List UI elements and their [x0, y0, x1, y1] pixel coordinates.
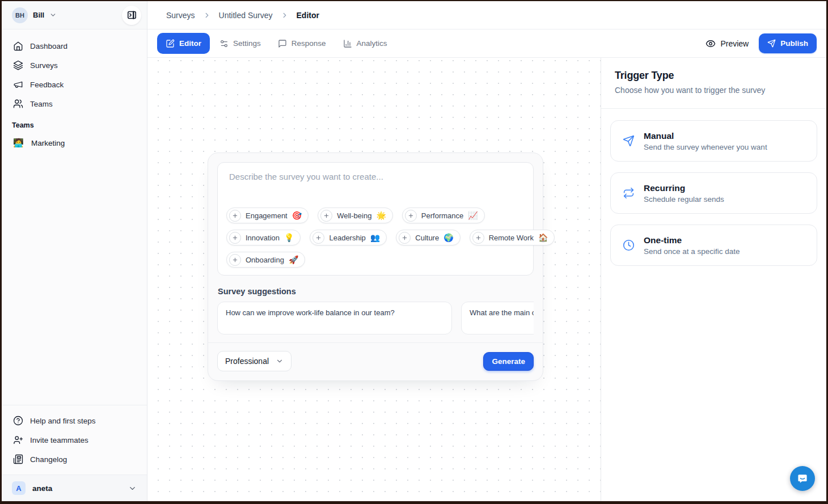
tab-response[interactable]: Response [271, 33, 333, 54]
account-name: aneta [32, 484, 52, 493]
workspace-name: Bill [33, 11, 44, 19]
sidebar-collapse-button[interactable] [122, 6, 141, 25]
trigger-panel-header: Trigger Type Choose how you want to trig… [601, 58, 826, 109]
sidebar-item-changelog[interactable]: Changelog [9, 450, 140, 469]
tone-select[interactable]: Professional [217, 351, 292, 371]
send-icon [767, 39, 776, 48]
topic-chip-performance[interactable]: Performance 📈 [402, 207, 485, 223]
sidebar-item-label: Feedback [30, 81, 64, 89]
tab-label: Analytics [357, 39, 387, 48]
target-emoji: 🎯 [292, 211, 302, 219]
tab-label: Response [292, 39, 326, 48]
users-icon [13, 99, 23, 109]
trigger-option-title: Recurring [644, 183, 724, 193]
message-square-icon [278, 39, 287, 48]
chip-label: Onboarding [246, 256, 284, 264]
sidebar-item-label: Changelog [30, 455, 67, 464]
app-window: BH Bill Dashboard [0, 0, 828, 504]
chevron-down-icon [276, 357, 284, 365]
prompt-box: Engagement 🎯 Well-being 🌟 [217, 162, 534, 276]
chip-label: Remote Work [489, 234, 534, 242]
sidebar-item-label: Dashboard [30, 42, 67, 50]
rocket-emoji: 🚀 [289, 256, 298, 264]
plus-icon [312, 232, 324, 244]
bar-chart-icon [343, 39, 352, 48]
topic-chip-onboarding[interactable]: Onboarding 🚀 [226, 252, 305, 268]
survey-description-input[interactable] [226, 171, 525, 204]
topic-chip-well-being[interactable]: Well-being 🌟 [318, 207, 393, 223]
sidebar-item-team-marketing[interactable]: 🧑‍💻 Marketing [2, 134, 147, 152]
workspace-switcher[interactable]: BH Bill [2, 1, 147, 29]
globe-emoji: 🌍 [443, 234, 453, 242]
sidebar-item-dashboard[interactable]: Dashboard [9, 36, 140, 56]
chip-label: Leadership [329, 234, 365, 242]
trigger-option-recurring[interactable]: Recurring Schedule regular sends [610, 172, 817, 214]
sidebar-footer-nav: Help and first steps Invite teammates Ch… [2, 405, 147, 475]
tab-settings[interactable]: Settings [212, 33, 268, 54]
sidebar-item-label: Surveys [30, 61, 58, 70]
sidebar-item-help[interactable]: Help and first steps [9, 411, 140, 430]
chevron-right-icon [281, 11, 289, 19]
layers-icon [13, 60, 23, 70]
bulb-emoji: 💡 [284, 234, 294, 242]
star-emoji: 🌟 [376, 211, 386, 219]
chevron-down-icon [49, 11, 57, 19]
topic-chip-culture[interactable]: Culture 🌍 [396, 230, 460, 245]
chip-label: Well-being [337, 211, 371, 220]
trigger-option-one-time[interactable]: One-time Send once at a specific date [610, 225, 817, 266]
sidebar-item-feedback[interactable]: Feedback [9, 75, 140, 94]
breadcrumb-untitled-survey[interactable]: Untitled Survey [219, 11, 273, 20]
team-name: Marketing [31, 139, 65, 147]
suggestion-card[interactable]: What are the main ob [461, 302, 534, 334]
send-icon [623, 135, 635, 147]
sidebar-item-surveys[interactable]: Surveys [9, 56, 140, 75]
chip-label: Culture [415, 234, 439, 242]
tone-selected-value: Professional [225, 357, 269, 366]
plus-icon [229, 210, 241, 222]
trigger-option-description: Send once at a specific date [644, 247, 740, 256]
workspace-avatar: BH [12, 7, 28, 23]
sidebar-item-label: Teams [30, 100, 53, 108]
trigger-option-description: Schedule regular sends [644, 195, 724, 204]
sidebar-item-teams[interactable]: Teams [9, 94, 140, 113]
trigger-option-manual[interactable]: Manual Send the survey whenever you want [610, 120, 817, 162]
publish-label: Publish [780, 39, 808, 48]
sidebar-item-invite[interactable]: Invite teammates [9, 430, 140, 450]
sidebar: BH Bill Dashboard [2, 1, 147, 501]
main-area: Surveys Untitled Survey Editor Editor [147, 1, 826, 501]
generate-button[interactable]: Generate [483, 352, 534, 371]
account-menu[interactable]: A aneta [2, 475, 147, 501]
trigger-option-title: One-time [644, 235, 740, 245]
breadcrumb-surveys[interactable]: Surveys [166, 11, 195, 20]
chat-launcher-button[interactable] [790, 466, 815, 491]
chip-label: Innovation [246, 234, 280, 242]
chart-up-emoji: 📈 [468, 211, 478, 219]
plus-icon [320, 210, 332, 222]
breadcrumb-editor: Editor [297, 11, 319, 20]
publish-button[interactable]: Publish [759, 33, 817, 53]
sidebar-item-label: Help and first steps [30, 417, 96, 425]
sidebar-item-label: Invite teammates [30, 436, 88, 444]
square-pen-icon [166, 39, 175, 48]
tab-analytics[interactable]: Analytics [336, 33, 395, 54]
chat-bubble-icon [796, 472, 809, 485]
tab-editor[interactable]: Editor [157, 33, 210, 54]
plus-icon [472, 232, 484, 244]
preview-button[interactable]: Preview [706, 39, 749, 49]
preview-label: Preview [720, 39, 749, 48]
survey-toolbar: Editor Settings Response Analytics [147, 29, 826, 58]
topic-chip-leadership[interactable]: Leadership 👥 [310, 230, 387, 245]
topic-chip-remote-work[interactable]: Remote Work 🏠 [470, 230, 555, 245]
topic-chips: Engagement 🎯 Well-being 🌟 [226, 207, 525, 268]
topic-chip-engagement[interactable]: Engagement 🎯 [226, 207, 309, 223]
technologist-emoji: 🧑‍💻 [13, 138, 23, 148]
topic-chip-innovation[interactable]: Innovation 💡 [226, 230, 301, 245]
suggestion-card[interactable]: How can we improve work-life balance in … [217, 302, 452, 334]
editor-canvas[interactable]: Engagement 🎯 Well-being 🌟 [147, 58, 601, 501]
repeat-icon [623, 187, 635, 199]
composer-footer: Professional Generate [208, 342, 543, 371]
house-emoji: 🏠 [538, 234, 548, 242]
trigger-options: Manual Send the survey whenever you want… [601, 109, 826, 277]
chevron-down-icon [128, 484, 137, 493]
tab-label: Settings [233, 39, 261, 48]
